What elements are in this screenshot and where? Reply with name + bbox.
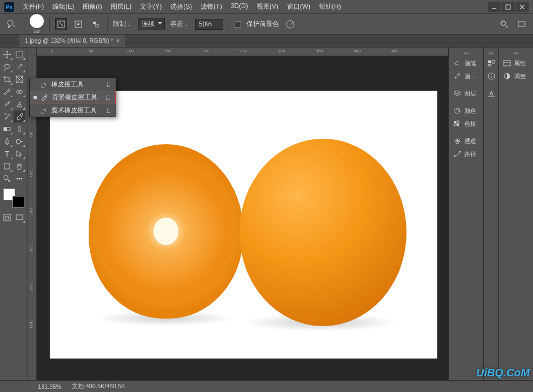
shape-tool[interactable]	[1, 160, 13, 172]
quick-mask-tool[interactable]	[1, 212, 13, 224]
window-controls	[488, 2, 533, 12]
menu-window[interactable]: 窗口(W)	[283, 0, 315, 13]
path-selection-tool[interactable]	[14, 148, 25, 160]
sampling-once-icon[interactable]	[72, 18, 84, 30]
svg-rect-43	[457, 121, 459, 123]
sampling-swatch-icon[interactable]	[90, 18, 102, 30]
options-bar: 50 限制： 连续 容差： 50% 保护前景色	[0, 14, 533, 35]
menu-view[interactable]: 视图(V)	[252, 0, 283, 13]
history-brush-tool[interactable]	[1, 111, 13, 123]
svg-point-41	[458, 111, 459, 112]
ruler-horizontal[interactable]: 0 50 100 150 200 250 300 350 400 450	[37, 48, 448, 56]
move-tool[interactable]	[1, 49, 13, 60]
pen-tool[interactable]	[1, 136, 13, 147]
svg-point-33	[19, 178, 21, 180]
menu-file[interactable]: 文件(F)	[18, 0, 48, 13]
maximize-button[interactable]	[502, 2, 515, 12]
menu-type[interactable]: 文字(Y)	[136, 0, 166, 13]
panel-channels[interactable]: 通道	[450, 134, 482, 147]
eyedropper-tool[interactable]	[1, 86, 13, 98]
menu-filter[interactable]: 滤镜(T)	[196, 0, 226, 13]
panel-properties[interactable]: 属性	[500, 57, 532, 70]
hand-tool[interactable]	[14, 160, 25, 172]
tolerance-input[interactable]: 50%	[195, 19, 223, 30]
bg-eraser-icon	[40, 93, 49, 102]
tab-close-icon[interactable]: ×	[116, 38, 119, 44]
flyout-active-dot	[34, 96, 37, 99]
panel-paths[interactable]: 路径	[450, 147, 482, 160]
svg-point-30	[4, 175, 8, 180]
protect-fg-label: 保护前景色	[246, 19, 279, 29]
menu-edit[interactable]: 编辑(E)	[48, 0, 78, 13]
panel-brush[interactable]: 画笔	[450, 57, 482, 70]
magic-eraser-icon	[39, 106, 48, 115]
canvas-content[interactable]	[50, 91, 437, 359]
menu-layer[interactable]: 图层(L)	[106, 0, 136, 13]
limit-label: 限制：	[113, 19, 132, 29]
svg-point-34	[21, 178, 23, 180]
dodge-tool[interactable]	[14, 136, 25, 147]
panel-info[interactable]: i	[485, 70, 497, 83]
image-orange-whole	[239, 139, 406, 326]
svg-rect-11	[96, 24, 98, 27]
limit-dropdown[interactable]: 连续	[138, 18, 165, 30]
panel-layers[interactable]: 图层	[450, 87, 482, 100]
screen-mode-tool[interactable]	[14, 212, 25, 224]
flyout-bg-eraser[interactable]: 背景橡皮擦工具 E	[30, 91, 116, 104]
menu-image[interactable]: 图像(I)	[78, 0, 106, 13]
tool-preset-icon[interactable]	[5, 18, 18, 31]
edit-toolbar[interactable]	[14, 173, 25, 185]
brush-preview[interactable]: 50	[30, 14, 44, 34]
panel-swatches[interactable]: 色板	[450, 117, 482, 130]
svg-point-32	[17, 178, 18, 180]
panel-color[interactable]: 颜色	[450, 104, 482, 117]
panel-navigator[interactable]	[485, 57, 497, 70]
toolbox: T	[0, 48, 28, 380]
zoom-tool[interactable]	[1, 173, 13, 185]
flyout-active-dot	[33, 109, 36, 112]
pressure-icon[interactable]	[284, 18, 296, 30]
panel-collapse-icon[interactable]: ▸▸	[450, 49, 482, 57]
flyout-eraser[interactable]: 橡皮擦工具 E	[30, 78, 116, 91]
lasso-tool[interactable]	[1, 61, 13, 73]
svg-rect-52	[492, 60, 495, 63]
panel-brush-preset[interactable]: 画...	[450, 70, 482, 83]
blur-tool[interactable]	[14, 123, 25, 135]
close-button[interactable]	[516, 2, 529, 12]
panel-character[interactable]: A	[485, 87, 497, 100]
svg-point-40	[458, 109, 459, 110]
svg-rect-16	[16, 51, 23, 58]
marquee-tool[interactable]	[14, 49, 25, 60]
healing-tool[interactable]	[14, 86, 25, 98]
eraser-icon	[39, 80, 48, 89]
background-color[interactable]	[12, 196, 24, 208]
panel-collapse-icon[interactable]: ▸▸	[500, 49, 532, 57]
type-tool[interactable]: T	[1, 148, 13, 160]
svg-rect-29	[4, 164, 10, 169]
svg-point-26	[16, 139, 21, 144]
flyout-magic-eraser[interactable]: 魔术橡皮擦工具 E	[30, 104, 116, 117]
magic-wand-tool[interactable]	[14, 61, 25, 73]
document-tab[interactable]: 1.jpeg @ 132% (图层 0, RGB/8) * ×	[19, 34, 125, 47]
screen-mode-icon[interactable]	[516, 18, 528, 30]
minimize-button[interactable]	[488, 2, 501, 12]
menu-help[interactable]: 帮助(H)	[315, 0, 345, 13]
crop-tool[interactable]	[1, 73, 13, 85]
gradient-tool[interactable]	[1, 123, 13, 135]
doc-size[interactable]: 文档:480.5K/480.5K	[72, 382, 125, 390]
color-swatches[interactable]	[3, 188, 24, 208]
panel-adjustments[interactable]: 调整	[500, 70, 532, 83]
svg-line-14	[505, 25, 508, 28]
eraser-tool[interactable]	[14, 111, 25, 123]
menu-select[interactable]: 选择(S)	[166, 0, 196, 13]
protect-fg-checkbox[interactable]	[235, 21, 241, 28]
brush-tool[interactable]	[1, 98, 13, 110]
zoom-level[interactable]: 131.95%	[38, 383, 61, 390]
panel-collapse-icon[interactable]: ▸▸	[485, 49, 497, 57]
frame-tool[interactable]	[14, 73, 25, 85]
sampling-continuous-icon[interactable]	[55, 18, 67, 30]
search-icon[interactable]	[498, 18, 510, 30]
svg-text:Ps: Ps	[6, 4, 13, 10]
menu-3d[interactable]: 3D(D)	[226, 0, 252, 13]
clone-stamp-tool[interactable]	[14, 98, 25, 110]
